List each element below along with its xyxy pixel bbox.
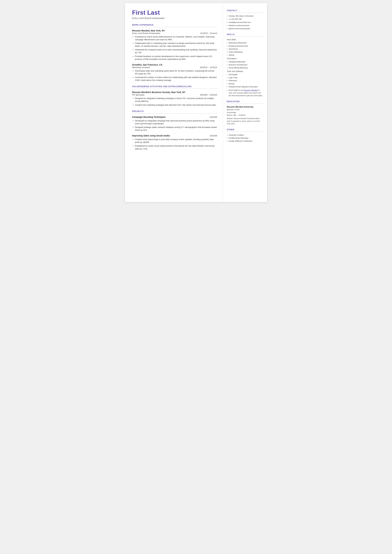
education-divider — [227, 104, 263, 104]
techniques-label: Techniques: — [227, 57, 263, 60]
job-2-bullets: Overhauled sales and marketing action pl… — [132, 70, 217, 82]
job-1-header: Entry Level Brand Ambassador 01/2015 – P… — [132, 32, 217, 35]
tool-1: Zeroheight — [227, 73, 263, 76]
work-experience-divider — [132, 27, 217, 27]
project-2-name: Improving Sales using Social media — [132, 134, 170, 137]
volunteering-title: VOLUNTEERING ACTIVITIES AND EXTRACURRICU… — [132, 85, 217, 88]
job-1-title: Entry Level Brand Ambassador — [132, 32, 161, 35]
contact-divider — [227, 13, 263, 13]
technique-2: Business Development — [227, 63, 263, 66]
project-2: Improving Sales using Social media 04/20… — [132, 134, 217, 150]
skills-note: Don't forget to use Resume Worded to sca… — [227, 89, 263, 97]
tools-label: Tools and Software: — [227, 70, 263, 72]
job-1-bullet-3: Advertised the company brand via in-stor… — [132, 48, 217, 54]
work-experience-title: WORK EXPERIENCE — [132, 24, 217, 26]
job-2-company: Growthsi, San Francisco, CA — [132, 63, 217, 66]
volunteer-bullet-2: Created new marketing strategies that at… — [132, 104, 217, 106]
edu-awards: Awards: Resume Worded Teaching Fellow (o… — [227, 117, 263, 125]
job-2-bullet-2: Increased the number of online visitors … — [132, 76, 217, 82]
skills-divider — [227, 36, 263, 37]
technique-3: Social Media Marketing — [227, 66, 263, 69]
tool-2: Logo Crisp — [227, 76, 263, 79]
contact-phone: +1-234-456-789 — [227, 18, 263, 20]
job-2: Growthsi, San Francisco, CA Marketing As… — [132, 63, 217, 82]
project-1-name: Campaign Boosting Techniques — [132, 116, 166, 118]
right-column: CONTACT Omaha, ME (Open to Remote) +1-23… — [223, 3, 267, 202]
volunteer-bullets: Designed an integrated marketing campaig… — [132, 97, 217, 106]
contact-location: Omaha, ME (Open to Remote) — [227, 15, 263, 17]
hard-skill-5: Styling — [227, 54, 263, 56]
work-experience-section: WORK EXPERIENCE Resume Worded, New York,… — [132, 24, 217, 82]
project-2-bullet-1: Created niche-based blogs to post daily … — [132, 138, 217, 144]
education-title: EDUCATION — [227, 100, 263, 103]
edu-field: Psychology — [227, 111, 263, 114]
job-2-header: Marketing Assistant 06/2010 – 12/2014 — [132, 66, 217, 69]
other-2: Certified Brand Manager. — [227, 137, 263, 139]
technique-1: Integrated Marketing — [227, 61, 263, 63]
projects-title: PROJECTS — [132, 110, 217, 112]
project-2-header: Improving Sales using Social media 04/20… — [132, 134, 217, 137]
project-1: Campaign Boosting Techniques 05/2009 Dev… — [132, 116, 217, 132]
other-title: OTHER — [227, 129, 263, 131]
volunteer-title: PR Specialist — [132, 94, 144, 96]
project-1-date: 05/2009 — [210, 116, 217, 118]
projects-section: PROJECTS Campaign Boosting Techniques 05… — [132, 110, 217, 150]
hard-skill-1: Marketing (Advanced) — [227, 42, 263, 44]
tool-4: Brandy — [227, 83, 263, 85]
job-2-dates: 06/2010 – 12/2014 — [200, 66, 217, 69]
volunteering-section: VOLUNTEERING ACTIVITIES AND EXTRACURRICU… — [132, 85, 217, 106]
hard-skill-4: Online Marketing — [227, 51, 263, 53]
contact-section: CONTACT Omaha, ME (Open to Remote) +1-23… — [227, 9, 263, 30]
project-1-bullet-2: Designed strategic public outreach initi… — [132, 126, 217, 132]
project-2-bullet-2: Established an active social media prese… — [132, 145, 217, 150]
job-1-bullet-1: Sustained an active social media presenc… — [132, 35, 217, 41]
hard-skill-2: Branding (Experienced) — [227, 45, 263, 47]
project-2-date: 04/2009 — [210, 134, 217, 137]
contact-github: github.com/resumeworded — [227, 27, 263, 30]
project-1-bullets: Developed an integrated campaign that im… — [132, 119, 217, 132]
volunteer-bullet-1: Designed an integrated marketing campaig… — [132, 97, 217, 103]
candidate-name: First Last — [132, 9, 217, 16]
candidate-subtitle: Entry Level Brand Ambassador — [132, 17, 217, 19]
edu-degree: Bachelor of Arts — [227, 108, 263, 111]
volunteer-job-1: Resume Worded's Business Society, New Yo… — [132, 91, 217, 106]
job-1-bullet-2: Collaborated with 11 marketing team memb… — [132, 42, 217, 48]
project-2-bullets: Created niche-based blogs to post daily … — [132, 138, 217, 150]
project-1-bullet-1: Developed an integrated campaign that im… — [132, 119, 217, 125]
left-column: First Last Entry Level Brand Ambassador … — [125, 3, 223, 202]
education-section: EDUCATION Resume Worded University Bache… — [227, 100, 263, 125]
hard-skill-3: Advertising — [227, 48, 263, 50]
resume-worded-link[interactable]: Resume Worded — [244, 89, 258, 91]
job-2-title: Marketing Assistant — [132, 66, 150, 69]
job-1-bullet-4: Provided feedback on product development… — [132, 55, 217, 61]
job-1: Resume Worded, New York, NY Entry Level … — [132, 29, 217, 61]
skills-title: SKILLS — [227, 33, 263, 35]
volunteer-header: PR Specialist 06/2009 – 04/2010 — [132, 94, 217, 96]
other-3: Google AdWords Certification. — [227, 140, 263, 142]
contact-linkedin: linkedin.com/in/username — [227, 24, 263, 27]
volunteer-company: Resume Worded's Business Society, New Yo… — [132, 91, 217, 93]
contact-email: email@resumeworded.com — [227, 21, 263, 23]
header-section: First Last Entry Level Brand Ambassador — [132, 9, 217, 19]
edu-school: Resume Worded University — [227, 106, 263, 108]
hard-skills-label: Hard Skills: — [227, 39, 263, 41]
edu-location-date: Boston, MA — 05/2010 — [227, 114, 263, 117]
other-section: OTHER Hootsuite Certified Certified Bran… — [227, 129, 263, 142]
other-1: Hootsuite Certified — [227, 134, 263, 136]
job-2-bullet-1: Overhauled sales and marketing action pl… — [132, 70, 217, 75]
job-1-dates: 01/2015 – Present — [200, 32, 217, 35]
job-1-bullets: Sustained an active social media presenc… — [132, 35, 217, 61]
job-1-company: Resume Worded, New York, NY — [132, 29, 217, 32]
contact-title: CONTACT — [227, 9, 263, 12]
tool-5: HubSpot Email Signature Generator — [227, 85, 263, 88]
project-1-header: Campaign Boosting Techniques 05/2009 — [132, 116, 217, 119]
tool-3: Piktochart — [227, 79, 263, 82]
volunteer-dates: 06/2009 – 04/2010 — [200, 94, 217, 96]
volunteering-divider — [132, 89, 217, 89]
skills-section: SKILLS Hard Skills: Marketing (Advanced)… — [227, 33, 263, 97]
resume-page: First Last Entry Level Brand Ambassador … — [125, 3, 267, 202]
